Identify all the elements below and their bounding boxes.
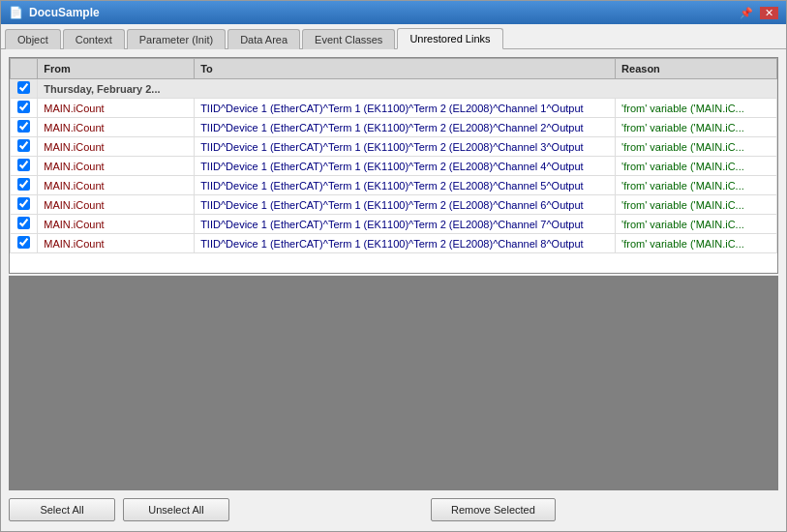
row-checkbox-cell-3[interactable] [11,157,38,176]
reason-value-5: 'from' variable ('MAIN.iC... [621,199,744,211]
row-reason-3: 'from' variable ('MAIN.iC... [616,157,777,176]
table-row: MAIN.iCount TIID^Device 1 (EtherCAT)^Ter… [11,157,777,176]
row-checkbox-cell-2[interactable] [11,137,38,157]
row-checkbox-cell-1[interactable] [11,118,38,137]
table-row: MAIN.iCount TIID^Device 1 (EtherCAT)^Ter… [11,118,777,137]
row-to-2: TIID^Device 1 (EtherCAT)^Term 1 (EK1100)… [195,137,616,157]
row-checkbox-4[interactable] [17,178,30,191]
row-reason-0: 'from' variable ('MAIN.iC... [616,99,777,118]
to-value-2: TIID^Device 1 (EtherCAT)^Term 1 (EK1100)… [200,141,583,153]
row-to-7: TIID^Device 1 (EtherCAT)^Term 1 (EK1100)… [195,234,616,253]
main-window: 📄 DocuSample 📌 ✕ Object Context Paramete… [0,0,787,532]
tabs-container: Object Context Parameter (Init) Data Are… [1,24,786,49]
from-value-2: MAIN.iCount [44,141,104,153]
group-label: Thursday, February 2... [38,79,777,99]
row-to-4: TIID^Device 1 (EtherCAT)^Term 1 (EK1100)… [195,176,616,195]
table-row: MAIN.iCount TIID^Device 1 (EtherCAT)^Ter… [11,195,777,215]
window-title: DocuSample [29,6,100,19]
row-checkbox-7[interactable] [17,236,30,249]
row-checkbox-cell-7[interactable] [11,234,38,253]
table-row: MAIN.iCount TIID^Device 1 (EtherCAT)^Ter… [11,99,777,118]
row-reason-6: 'from' variable ('MAIN.iC... [616,215,777,234]
close-button[interactable]: ✕ [760,7,778,19]
tab-data-area[interactable]: Data Area [227,29,300,49]
reason-value-7: 'from' variable ('MAIN.iC... [621,238,744,250]
row-from-0: MAIN.iCount [38,99,195,118]
to-value-3: TIID^Device 1 (EtherCAT)^Term 1 (EK1100)… [200,161,583,172]
row-to-0: TIID^Device 1 (EtherCAT)^Term 1 (EK1100)… [195,99,616,118]
table-row: MAIN.iCount TIID^Device 1 (EtherCAT)^Ter… [11,215,777,234]
reason-value-0: 'from' variable ('MAIN.iC... [621,103,744,114]
row-reason-5: 'from' variable ('MAIN.iC... [616,195,777,215]
row-checkbox-cell-5[interactable] [11,195,38,215]
window-icon: 📄 [9,6,23,19]
group-checkbox-cell[interactable] [11,79,38,99]
row-checkbox-6[interactable] [17,217,30,229]
to-value-4: TIID^Device 1 (EtherCAT)^Term 1 (EK1100)… [200,180,583,192]
table-row: MAIN.iCount TIID^Device 1 (EtherCAT)^Ter… [11,137,777,157]
row-checkbox-cell-4[interactable] [11,176,38,195]
table-header-row: From To Reason [11,59,777,79]
tab-event-classes[interactable]: Event Classes [302,29,395,49]
row-from-2: MAIN.iCount [38,137,195,157]
row-checkbox-cell-0[interactable] [11,99,38,118]
row-to-6: TIID^Device 1 (EtherCAT)^Term 1 (EK1100)… [195,215,616,234]
select-all-button[interactable]: Select All [9,498,115,521]
title-bar-controls: 📌 ✕ [735,7,778,19]
table-row: MAIN.iCount TIID^Device 1 (EtherCAT)^Ter… [11,176,777,195]
row-checkbox-0[interactable] [17,101,30,113]
tab-context[interactable]: Context [63,29,125,49]
buttons-row: Select All Unselect All Remove Selected [9,490,778,523]
unselect-all-button[interactable]: Unselect All [123,498,229,521]
row-from-5: MAIN.iCount [38,195,195,215]
to-value-7: TIID^Device 1 (EtherCAT)^Term 1 (EK1100)… [200,238,583,250]
header-checkbox-cell [11,59,38,79]
empty-area [9,276,778,490]
row-reason-1: 'from' variable ('MAIN.iC... [616,118,777,137]
header-reason: Reason [616,59,777,79]
row-from-6: MAIN.iCount [38,215,195,234]
tab-unrestored-links[interactable]: Unrestored Links [397,28,502,49]
from-value-6: MAIN.iCount [44,219,104,230]
to-value-0: TIID^Device 1 (EtherCAT)^Term 1 (EK1100)… [200,103,583,114]
row-from-4: MAIN.iCount [38,176,195,195]
reason-value-3: 'from' variable ('MAIN.iC... [621,161,744,172]
row-checkbox-1[interactable] [17,120,30,133]
from-value-5: MAIN.iCount [44,199,104,211]
row-from-3: MAIN.iCount [38,157,195,176]
links-table: From To Reason Thursday, February 2... [10,58,777,253]
reason-value-1: 'from' variable ('MAIN.iC... [621,122,744,133]
row-reason-4: 'from' variable ('MAIN.iC... [616,176,777,195]
tab-parameter-init[interactable]: Parameter (Init) [127,29,226,49]
to-value-5: TIID^Device 1 (EtherCAT)^Term 1 (EK1100)… [200,199,583,211]
reason-value-2: 'from' variable ('MAIN.iC... [621,141,744,153]
row-reason-2: 'from' variable ('MAIN.iC... [616,137,777,157]
row-checkbox-3[interactable] [17,159,30,171]
row-checkbox-2[interactable] [17,139,30,152]
row-from-7: MAIN.iCount [38,234,195,253]
group-row: Thursday, February 2... [11,79,777,99]
content-area: From To Reason Thursday, February 2... [1,49,786,531]
group-checkbox[interactable] [17,81,30,94]
row-to-3: TIID^Device 1 (EtherCAT)^Term 1 (EK1100)… [195,157,616,176]
tab-object[interactable]: Object [5,29,61,49]
header-from: From [38,59,195,79]
from-value-1: MAIN.iCount [44,122,104,133]
title-bar-left: 📄 DocuSample [9,6,100,19]
to-value-1: TIID^Device 1 (EtherCAT)^Term 1 (EK1100)… [200,122,583,133]
reason-value-6: 'from' variable ('MAIN.iC... [621,219,744,230]
title-bar: 📄 DocuSample 📌 ✕ [1,1,786,24]
from-value-7: MAIN.iCount [44,238,104,250]
header-to: To [195,59,616,79]
from-value-4: MAIN.iCount [44,180,104,192]
pin-button[interactable]: 📌 [735,7,758,19]
reason-value-4: 'from' variable ('MAIN.iC... [621,180,744,192]
table-row: MAIN.iCount TIID^Device 1 (EtherCAT)^Ter… [11,234,777,253]
remove-selected-button[interactable]: Remove Selected [431,498,556,521]
row-checkbox-cell-6[interactable] [11,215,38,234]
to-value-6: TIID^Device 1 (EtherCAT)^Term 1 (EK1100)… [200,219,583,230]
links-table-container: From To Reason Thursday, February 2... [9,57,778,274]
row-to-1: TIID^Device 1 (EtherCAT)^Term 1 (EK1100)… [195,118,616,137]
row-checkbox-5[interactable] [17,197,30,210]
from-value-0: MAIN.iCount [44,103,104,114]
